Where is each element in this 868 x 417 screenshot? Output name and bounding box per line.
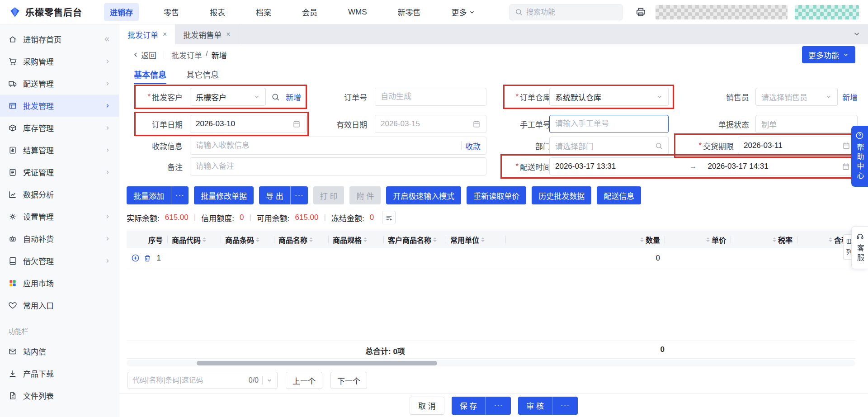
sort-icon[interactable] — [256, 236, 259, 244]
topnav-item-huiyuan[interactable]: 会员 — [296, 3, 323, 21]
deadline-input[interactable]: 2026-03-11 — [738, 137, 856, 155]
distribution-info-button[interactable]: 配送信息 — [597, 186, 641, 204]
export-button[interactable]: 导 出 — [259, 186, 290, 204]
attachment-button[interactable]: 附 件 — [349, 186, 381, 204]
chevron-right-icon — [104, 103, 111, 109]
sort-icon[interactable] — [640, 236, 644, 244]
valid-date-input[interactable]: 2026-03-15 — [375, 115, 486, 133]
tab-list-chevron-button[interactable] — [853, 30, 861, 38]
reload-price-button[interactable]: 重新读取单价 — [467, 186, 526, 204]
tab-wholesale-sales[interactable]: 批发销售单 × — [175, 24, 239, 44]
sidebar-item-product-download[interactable]: 产品下载 — [0, 362, 119, 384]
delivery-start-value: 2026-03-17 13:31 — [555, 162, 686, 171]
salesman-select[interactable]: 请选择销售员 — [755, 88, 838, 106]
order-no-input[interactable] — [375, 88, 486, 106]
department-input[interactable]: 请选择部门 — [549, 137, 669, 155]
sort-icon[interactable] — [706, 236, 710, 244]
sidebar-item-auto-replenish[interactable]: 自动补货 — [0, 227, 119, 250]
topnav-item-xinlingshou[interactable]: 新零售 — [392, 3, 427, 21]
sidebar-item-inbox[interactable]: 站内信 — [0, 340, 119, 362]
save-button[interactable]: 保 存 — [452, 397, 486, 415]
export-more-button[interactable]: ··· — [290, 186, 308, 204]
tab-wholesale-order[interactable]: 批发订单 × — [119, 24, 175, 44]
close-icon[interactable]: × — [163, 30, 167, 38]
sidebar-item-home[interactable]: 进销存首页 — [0, 28, 119, 50]
back-button[interactable]: 返回 — [132, 49, 156, 61]
warehouse-select[interactable]: 系统默认仓库 — [549, 88, 669, 106]
sidebar-item-voucher[interactable]: 凭证管理 — [0, 161, 119, 183]
redacted-user-info[interactable] — [656, 5, 788, 19]
sidebar-item-purchase[interactable]: 采购管理 — [0, 50, 119, 72]
sort-icon[interactable] — [363, 236, 367, 244]
calendar-icon[interactable] — [292, 120, 301, 128]
sort-icon[interactable] — [433, 236, 437, 244]
add-salesman-link[interactable]: 新增 — [842, 88, 858, 106]
delete-row-icon[interactable] — [143, 254, 151, 262]
batch-edit-button[interactable]: 批量修改单据 — [194, 186, 254, 204]
audit-button[interactable]: 审 核 — [518, 397, 552, 415]
speed-input-mode-button[interactable]: 开启极速输入模式 — [386, 186, 461, 204]
sidebar-item-analytics[interactable]: 数据分析 — [0, 183, 119, 205]
sidebar-item-wholesale[interactable]: 批发管理 — [0, 95, 119, 117]
sort-icon[interactable] — [773, 236, 776, 244]
topnav-item-lingshou[interactable]: 零售 — [158, 3, 185, 21]
previous-button[interactable]: 上一个 — [286, 372, 322, 389]
topnav-item-dangan[interactable]: 档案 — [250, 3, 277, 21]
sort-icon[interactable] — [829, 236, 832, 244]
topnav-item-jinxiaocun[interactable]: 进销存 — [104, 3, 139, 21]
global-search[interactable] — [509, 4, 623, 20]
customer-service-tab[interactable]: 客服 — [851, 226, 868, 269]
next-button[interactable]: 下一个 — [330, 372, 367, 389]
audit-more-button[interactable]: ··· — [552, 397, 578, 415]
print-button[interactable]: 打 印 — [313, 186, 344, 204]
more-functions-button[interactable]: 更多功能 — [802, 46, 855, 63]
payment-info-input[interactable]: 收款 — [190, 137, 486, 155]
sort-icon[interactable] — [309, 236, 313, 244]
collect-payment-link[interactable]: 收款 — [465, 140, 481, 152]
customer-search-button[interactable] — [271, 88, 280, 106]
save-more-button[interactable]: ··· — [485, 397, 511, 415]
calendar-icon[interactable] — [842, 162, 850, 171]
sidebar-item-debt[interactable]: 借欠管理 — [0, 250, 119, 272]
manual-no-input[interactable] — [549, 115, 669, 133]
redacted-store-info[interactable] — [795, 5, 859, 19]
history-data-button[interactable]: 历史批发数据 — [532, 186, 591, 204]
batch-add-more-button[interactable]: ··· — [171, 186, 189, 204]
customer-select[interactable]: 乐檬客户 — [190, 88, 266, 106]
global-search-input[interactable] — [526, 8, 617, 16]
printer-button[interactable] — [633, 5, 648, 20]
help-center-tab[interactable]: 帮助中心 — [851, 126, 868, 187]
sidebar-item-file-list[interactable]: 文件列表 — [0, 384, 119, 407]
item-search-combo[interactable]: 0/0 — [127, 372, 278, 389]
search-icon[interactable] — [655, 142, 663, 150]
topnav-item-baobiao[interactable]: 报表 — [204, 3, 231, 21]
sidebar-item-settings[interactable]: 设置管理 — [0, 205, 119, 227]
summary-toggle-button[interactable] — [382, 211, 396, 224]
tab-other-info[interactable]: 其它信息 — [186, 65, 219, 84]
sidebar-collapse-icon[interactable] — [104, 36, 111, 43]
tab-basic-info[interactable]: 基本信息 — [134, 65, 166, 84]
add-customer-link[interactable]: 新增 — [286, 88, 301, 106]
row-qty-value: 0 — [505, 254, 665, 263]
add-row-icon[interactable] — [131, 254, 140, 262]
item-search-input[interactable] — [132, 376, 245, 384]
remark-input[interactable] — [190, 157, 486, 175]
order-date-input[interactable]: 2026-03-10 — [190, 115, 307, 133]
sidebar-item-settlement[interactable]: 结算管理 — [0, 139, 119, 161]
calendar-icon[interactable] — [842, 142, 850, 150]
sidebar-item-favorites[interactable]: 常用入口 — [0, 294, 119, 316]
sort-icon[interactable] — [481, 236, 485, 244]
calendar-icon[interactable] — [472, 120, 481, 128]
sidebar-item-distribution[interactable]: 配送管理 — [0, 72, 119, 95]
batch-add-button[interactable]: 批量添加 — [127, 186, 171, 204]
cancel-button[interactable]: 取 消 — [410, 397, 444, 415]
delivery-time-range-input[interactable]: 2026-03-17 13:31 → 2026-03-17 14:31 — [549, 157, 856, 175]
scrollbar-thumb[interactable] — [197, 361, 437, 365]
topnav-item-more[interactable]: 更多 — [446, 3, 481, 21]
chevron-down-icon[interactable] — [266, 377, 273, 384]
sidebar-item-app-market[interactable]: 应用市场 — [0, 272, 119, 294]
topnav-item-wms[interactable]: WMS — [342, 5, 373, 20]
sort-icon[interactable] — [203, 236, 206, 244]
close-icon[interactable]: × — [226, 30, 230, 38]
sidebar-item-inventory[interactable]: 库存管理 — [0, 117, 119, 139]
